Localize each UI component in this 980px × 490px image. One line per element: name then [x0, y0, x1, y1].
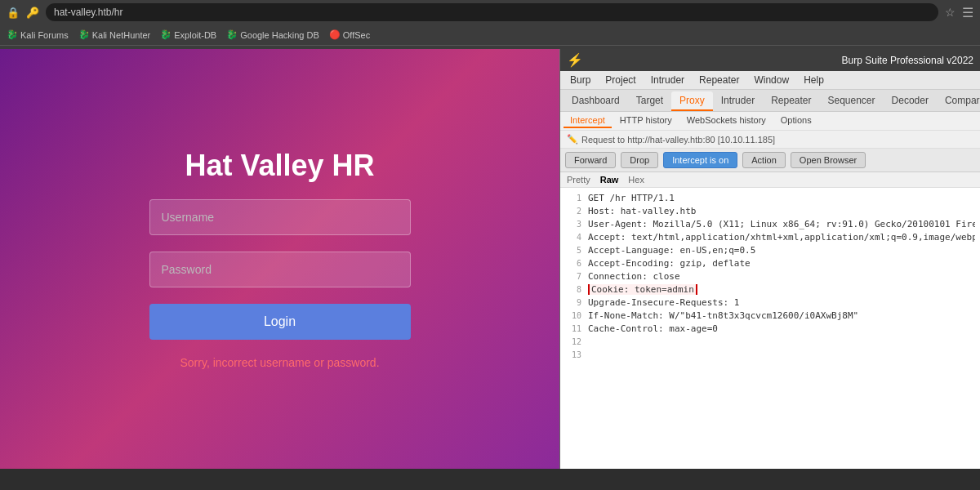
menu-intruder[interactable]: Intruder: [644, 73, 691, 87]
line-content: Accept-Language: en-US,en;q=0.5: [588, 245, 975, 256]
tab-decoder[interactable]: Decoder: [884, 91, 937, 111]
bookmark-label: Kali Forums: [20, 30, 69, 40]
line-number: 5: [565, 246, 581, 255]
open-browser-button[interactable]: Open Browser: [791, 152, 866, 168]
menu-repeater[interactable]: Repeater: [693, 73, 746, 87]
bookmark-offsec[interactable]: 🔴 OffSec: [329, 29, 370, 40]
line-content: If-None-Match: W/"b41-tn8t3x3qcvcm12600/…: [588, 310, 975, 321]
browser-chrome: 🔒 🔑 hat-valley.htb/hr ☆ ☰ 🐉 Kali Forums …: [0, 0, 980, 49]
burp-main-tabs: Dashboard Target Proxy Intruder Repeater…: [560, 90, 980, 112]
request-line-9: 9Upgrade-Insecure-Requests: 1: [565, 296, 975, 309]
line-content: Upgrade-Insecure-Requests: 1: [588, 297, 975, 308]
request-line-5: 5Accept-Language: en-US,en;q=0.5: [565, 243, 975, 256]
tab-dashboard[interactable]: Dashboard: [564, 91, 628, 111]
bookmark-label: OffSec: [343, 30, 370, 40]
line-content: Accept: text/html,application/xhtml+xml,…: [588, 232, 975, 243]
menu-project[interactable]: Project: [599, 73, 642, 87]
request-line-1: 1GET /hr HTTP/1.1: [565, 191, 975, 204]
tab-target[interactable]: Target: [628, 91, 671, 111]
subtab-options[interactable]: Options: [774, 114, 818, 128]
bookmark-icon: 🔴: [329, 29, 341, 40]
username-input[interactable]: [162, 211, 399, 224]
password-field[interactable]: [149, 252, 411, 287]
bookmark-label: Google Hacking DB: [240, 30, 319, 40]
address-bar[interactable]: hat-valley.htb/hr: [46, 3, 938, 21]
lock-icon: 🔒: [7, 7, 20, 19]
request-line-13: 13: [565, 348, 975, 361]
star-icon[interactable]: ☆: [945, 6, 956, 19]
line-number: 13: [565, 350, 581, 359]
view-tab-pretty[interactable]: Pretty: [567, 174, 590, 185]
view-tabs: Pretty Raw Hex: [560, 172, 980, 188]
request-info: ✏️ Request to http://hat-valley.htb:80 […: [560, 131, 980, 149]
line-number: 9: [565, 298, 581, 307]
tab-sequencer[interactable]: Sequencer: [820, 91, 884, 111]
username-field[interactable]: [149, 199, 411, 235]
subtab-http-history[interactable]: HTTP history: [613, 114, 679, 128]
tab-intruder[interactable]: Intruder: [713, 91, 763, 111]
line-number: 11: [565, 324, 581, 333]
line-number: 4: [565, 233, 581, 242]
view-tab-hex[interactable]: Hex: [628, 174, 644, 185]
bookmark-kali-forums[interactable]: 🐉 Kali Forums: [7, 29, 69, 40]
highlighted-cookie: Cookie: token=admin: [588, 284, 697, 295]
line-number: 10: [565, 311, 581, 320]
line-number: 3: [565, 220, 581, 229]
main-area: Hat Valley HR Login Sorry, incorrect use…: [0, 49, 980, 469]
line-content: Connection: close: [588, 271, 975, 282]
app-title: Hat Valley HR: [185, 149, 374, 183]
burp-titlebar: ⚡ Burp Suite Professional v2022: [560, 49, 980, 71]
bookmark-icon: 🐉: [78, 29, 90, 40]
burp-panel: ⚡ Burp Suite Professional v2022 Burp Pro…: [559, 49, 980, 469]
request-line-12: 12: [565, 335, 975, 348]
burp-menubar: Burp Project Intruder Repeater Window He…: [560, 71, 980, 90]
action-button[interactable]: Action: [742, 152, 786, 168]
tab-comparer[interactable]: Compar...: [937, 91, 980, 111]
password-input[interactable]: [162, 263, 399, 276]
request-line-3: 3User-Agent: Mozilla/5.0 (X11; Linux x86…: [565, 217, 975, 230]
request-line-4: 4Accept: text/html,application/xhtml+xml…: [565, 230, 975, 243]
address-bar-row: 🔒 🔑 hat-valley.htb/hr ☆ ☰: [0, 0, 980, 24]
intercept-toggle-button[interactable]: Intercept is on: [663, 152, 737, 168]
action-bar: Forward Drop Intercept is on Action Open…: [560, 149, 980, 172]
extension-icon: 🔑: [26, 7, 39, 19]
subtab-intercept[interactable]: Intercept: [564, 114, 612, 128]
subtab-websockets-history[interactable]: WebSockets history: [680, 114, 773, 128]
drop-button[interactable]: Drop: [621, 152, 658, 168]
bookmark-icon: 🐉: [160, 29, 172, 40]
menu-burp[interactable]: Burp: [564, 73, 597, 87]
line-number: 2: [565, 207, 581, 216]
bookmarks-bar: 🐉 Kali Forums 🐉 Kali NetHunter 🐉 Exploit…: [0, 24, 980, 46]
bookmark-exploit-db[interactable]: 🐉 Exploit-DB: [160, 29, 216, 40]
line-content: User-Agent: Mozilla/5.0 (X11; Linux x86_…: [588, 219, 975, 229]
menu-window[interactable]: Window: [747, 73, 795, 87]
forward-button[interactable]: Forward: [565, 152, 616, 168]
pencil-icon: ✏️: [567, 134, 578, 145]
request-body: 1GET /hr HTTP/1.12Host: hat-valley.htb3U…: [560, 188, 980, 469]
bookmark-kali-nethunter[interactable]: 🐉 Kali NetHunter: [78, 29, 151, 40]
tab-repeater[interactable]: Repeater: [763, 91, 819, 111]
request-line-2: 2Host: hat-valley.htb: [565, 204, 975, 217]
bookmark-google-hacking-db[interactable]: 🐉 Google Hacking DB: [226, 29, 319, 40]
menu-icon[interactable]: ☰: [962, 5, 973, 20]
view-tab-raw[interactable]: Raw: [600, 174, 619, 185]
login-button[interactable]: Login: [149, 304, 411, 340]
address-text: hat-valley.htb/hr: [54, 7, 123, 18]
line-number: 1: [565, 194, 581, 203]
line-content: Cookie: token=admin: [588, 284, 975, 295]
line-number: 7: [565, 272, 581, 281]
request-line-7: 7Connection: close: [565, 270, 975, 283]
bookmark-icon: 🐉: [226, 29, 238, 40]
menu-help[interactable]: Help: [797, 73, 831, 87]
bookmark-label: Exploit-DB: [174, 30, 216, 40]
line-number: 6: [565, 259, 581, 268]
request-line-6: 6Accept-Encoding: gzip, deflate: [565, 256, 975, 270]
tab-proxy[interactable]: Proxy: [671, 91, 713, 111]
request-line-11: 11Cache-Control: max-age=0: [565, 322, 975, 335]
burp-title: Burp Suite Professional v2022: [588, 55, 973, 66]
line-content: Cache-Control: max-age=0: [588, 323, 975, 334]
burp-subtabs: Intercept HTTP history WebSockets histor…: [560, 112, 980, 131]
line-content: Host: hat-valley.htb: [588, 206, 975, 216]
request-line-10: 10If-None-Match: W/"b41-tn8t3x3qcvcm1260…: [565, 309, 975, 322]
login-panel: Hat Valley HR Login Sorry, incorrect use…: [0, 49, 559, 469]
